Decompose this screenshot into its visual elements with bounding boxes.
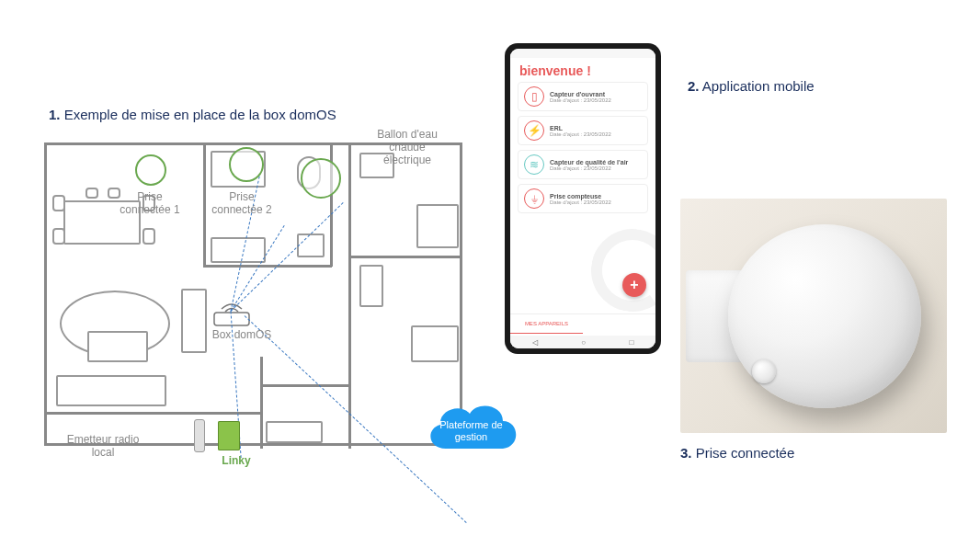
device-item[interactable]: ≋ Capteur de qualité de l'air Date d'ajo… [518,150,648,179]
plug-meter-icon: ⏚ [524,188,544,209]
air-quality-icon: ≋ [524,154,544,175]
label-prise1: Prise connectée 1 [108,191,191,217]
cloud-platform: Plateforme de gestion [418,393,524,465]
label-box: Box domOS [200,329,283,342]
erl-icon: ⚡ [524,120,544,141]
label-emetteur: Emetteur radio local [48,434,158,460]
label-prise2: Prise connectée 2 [200,191,283,217]
device-item[interactable]: ▯ Capteur d'ouvrant Date d'ajout : 23/05… [518,82,648,111]
label-linky: Linky [213,455,259,468]
tab-other[interactable] [583,314,655,334]
phone-tabs: MES APPAREILS [510,313,655,334]
device-name: Prise compteuse [550,193,611,199]
label-ballon: Ballon d'eau chaude électrique [357,129,458,166]
caption-1-num: 1. [49,107,61,122]
device-date: Date d'ajout : 23/05/2022 [550,97,611,103]
device-list: ▯ Capteur d'ouvrant Date d'ajout : 23/05… [510,82,655,218]
device-item[interactable]: ⚡ ERL Date d'ajout : 23/05/2022 [518,116,648,145]
phone-mockup: bienvenue ! ▯ Capteur d'ouvrant Date d'a… [505,43,661,354]
ballon-icon [301,158,341,199]
add-device-button[interactable]: + [622,273,646,297]
nav-back-icon[interactable]: ◁ [532,338,538,347]
antenna-icon [194,419,205,452]
cloud-label: Plateforme de gestion [418,393,524,465]
phone-statusbar [510,49,655,58]
caption-1: 1. Exemple de mise en place de la box do… [49,107,336,122]
door-sensor-icon: ▯ [524,86,544,107]
device-name: Capteur d'ouvrant [550,91,611,97]
tab-my-devices[interactable]: MES APPAREILS [510,314,583,334]
plug-power-button [752,359,776,383]
device-item[interactable]: ⏚ Prise compteuse Date d'ajout : 23/05/2… [518,184,648,213]
caption-3-text: Prise connectée [696,445,795,461]
nav-recent-icon[interactable]: □ [629,338,633,347]
linky-icon [218,421,240,450]
floorplan [44,142,462,446]
caption-3: 3. Prise connectée [680,445,794,461]
device-date: Date d'ajout : 23/05/2022 [550,131,611,137]
app-welcome: bienvenue ! [510,58,655,82]
device-name: ERL [550,125,611,131]
phone-android-nav: ◁ ○ □ [510,336,655,348]
caption-2-num: 2. [688,78,700,94]
device-date: Date d'ajout : 23/05/2022 [550,199,611,205]
nav-home-icon[interactable]: ○ [581,338,586,347]
caption-3-num: 3. [680,445,692,461]
caption-2: 2. Application mobile [688,78,815,94]
caption-1-text: Exemple de mise en place de la box domOS [64,107,336,122]
connected-plug-photo [680,199,947,433]
device-date: Date d'ajout : 23/05/2022 [550,165,628,171]
prise-1-icon [135,154,166,186]
caption-2-text: Application mobile [702,78,815,94]
phone-screen: bienvenue ! ▯ Capteur d'ouvrant Date d'a… [510,49,655,348]
brand-c-icon [585,222,655,318]
device-name: Capteur de qualité de l'air [550,159,628,165]
